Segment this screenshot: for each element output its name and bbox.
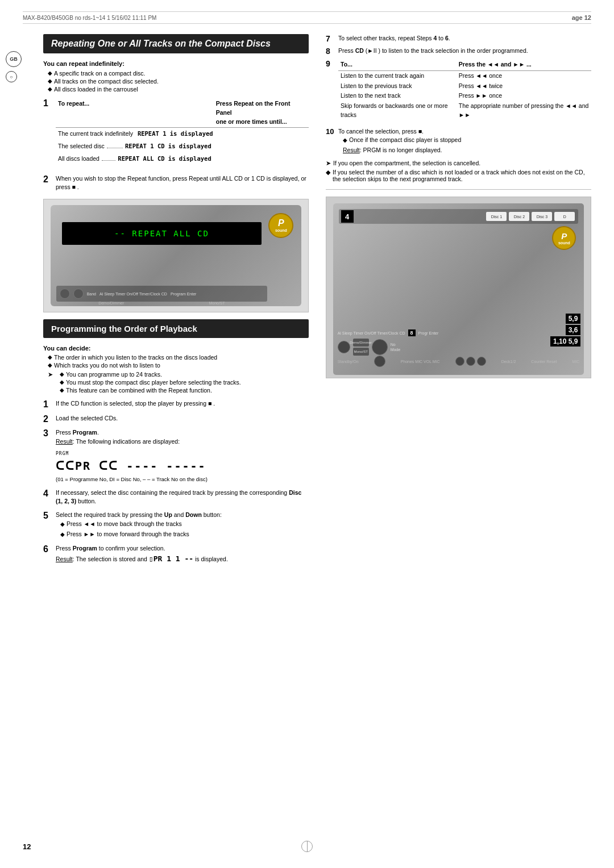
ctrl-knob-2: [73, 289, 84, 299]
register-mark: [301, 841, 313, 852]
step8-badge: 8: [408, 329, 416, 336]
col1-header: To repeat...: [56, 98, 214, 128]
prgm-text: PRGM: [56, 451, 69, 456]
gb-badge: GB: [6, 51, 22, 67]
right-step-8: 8 Press CD (►II ) to listen to the track…: [326, 47, 591, 56]
arrow-icon: ◆: [326, 169, 330, 176]
diamond-icon: ◆: [48, 362, 52, 368]
step10-sub2: Result: PRGM is no longer displayed.: [338, 146, 591, 155]
table-row: Listen to the next track Press ►► once: [338, 91, 591, 101]
step-1-repeat: 1 To repeat... Press Repeat on the Front…: [43, 98, 309, 170]
step-9-content: To... Press the ◄◄ and ►► ... Listen to …: [338, 59, 591, 124]
step-num: 2: [43, 414, 56, 424]
step-num-10: 10: [326, 127, 338, 156]
prog-step-3: 3 Press Program. Result: The following i…: [43, 428, 309, 484]
sub-bullet-1: ◆ Press ◄◄ to move back through the trac…: [56, 520, 309, 529]
btn-1: Demo/Dimmer: [353, 339, 369, 347]
diamond-icon: ◆: [48, 86, 52, 92]
step-num-7: 7: [326, 34, 338, 43]
table-row: The selected disc REPEAT 1 CD is display…: [56, 140, 309, 153]
diamond-icon: ◆: [60, 371, 64, 377]
right-column: 7 To select other tracks, repeat Steps 4…: [326, 34, 591, 569]
round-btn-3: [477, 357, 486, 366]
page-num-header: 12: [584, 14, 591, 21]
sub-bullet-2: ◆ Press ►► to move forward through the t…: [56, 530, 309, 539]
prog-note-1: ◆ You can programme up to 24 tracks.: [55, 371, 241, 378]
you-can-label: You can decide:: [43, 345, 309, 352]
diamond-icon: ◆: [343, 136, 347, 144]
page-word: age: [572, 14, 583, 21]
diamond-icon: ◆: [48, 78, 52, 84]
left-column: Repeating One or All Tracks on the Compa…: [43, 34, 309, 569]
right-note-1: ➤ If you open the compartment, the selec…: [326, 160, 591, 166]
section1-heading: Repeating One or All Tracks on the Compa…: [43, 34, 309, 53]
step-num-2: 2: [43, 174, 56, 185]
repeat-bullet-2: ◆ All tracks on the compact disc selecte…: [43, 78, 309, 85]
psound-word: sound: [558, 241, 570, 245]
press-col2: Press the ◄◄ and ►► ...: [457, 59, 591, 70]
result-display: ▯PR 1 1 --: [149, 554, 193, 563]
prog-note-arrow: ➤ ◆ You can programme up to 24 tracks. ◆…: [48, 371, 309, 395]
circle-icon: ○: [6, 71, 17, 82]
you-can-repeat-label: You can repeat indefinitely:: [43, 60, 309, 67]
prog-bullet-2: ◆ Which tracks you do not wish to listen…: [43, 362, 309, 369]
right-note-2: ◆ If you select the number of a disc whi…: [326, 169, 591, 182]
repeat-bullet-1: ◆ A specific track on a compact disc.: [43, 70, 309, 77]
device-image-repeat: P sound -- REPEAT ALL CD Band Al Sleep T…: [43, 199, 309, 312]
press-table: To... Press the ◄◄ and ►► ... Listen to …: [338, 59, 591, 120]
arrow-icon: ➤: [48, 371, 53, 378]
step-content: If the CD function is selected, stop the…: [56, 399, 309, 408]
table-row: Listen to the current track again Press …: [338, 70, 591, 81]
right-step-10: 10 To cancel the selection, press ■. ◆ O…: [326, 127, 591, 156]
table-row: The current track indefinitely REPEAT 1 …: [56, 128, 309, 140]
prog-step-2: 2 Load the selected CDs.: [43, 414, 309, 424]
diamond-icon: ◆: [60, 387, 64, 393]
step-num-1: 1: [43, 98, 56, 108]
step-4-badge: 4: [341, 210, 354, 223]
step-content: Load the selected CDs.: [56, 414, 309, 423]
device-inner: P sound -- REPEAT ALL CD Band Al Sleep T…: [51, 205, 302, 306]
header-page: age 12: [572, 14, 591, 21]
step-content: Press Program. Result: The following ind…: [56, 428, 309, 484]
main-content: Repeating One or All Tracks on the Compa…: [43, 34, 591, 569]
step-num: 3: [43, 428, 56, 439]
knob-3: [374, 356, 385, 367]
prog-step-6: 6 Press Program to confirm your selectio…: [43, 544, 309, 564]
header-meta: MAX-B420/B450GB no rds-1~14 1 5/16/02 11…: [23, 15, 156, 21]
step10-sub1: ◆ Once if the compact disc player is sto…: [338, 136, 591, 145]
prog-step-4: 4 If necessary, select the disc containi…: [43, 489, 309, 507]
psound-badge: P sound: [268, 213, 293, 238]
diamond-icon: ◆: [48, 70, 52, 76]
step-2-content: When you wish to stop the Repeat functio…: [56, 174, 309, 193]
diamond-icon: ◆: [60, 520, 65, 528]
prog-num-59-top: 5,9: [566, 314, 581, 324]
right-step-7: 7 To select other tracks, repeat Steps 4…: [326, 34, 591, 43]
section2-heading: Programming the Order of Playback: [43, 319, 309, 338]
device-controls: Band Al Sleep Timer On/Off Timer/Clock C…: [56, 286, 268, 302]
diamond-icon: ◆: [48, 354, 52, 360]
press-col1: To...: [338, 59, 457, 70]
prog-bullet-1: ◆ The order in which you listen to the t…: [43, 354, 309, 361]
table-row: All discs loaded REPEAT ALL CD is displa…: [56, 153, 309, 165]
step-num: 4: [43, 489, 56, 499]
round-btn-2: [466, 357, 475, 366]
page-number: 12: [23, 842, 31, 851]
ctrl-row-3: Standby/On Phones MIC VOL MIC Deck1/2 Co…: [338, 355, 580, 368]
col2-header: Press Repeat on the Front Panel one or m…: [214, 98, 309, 128]
prog-note-2: ◆ You must stop the compact disc player …: [55, 379, 241, 386]
prog-step-1: 1 If the CD function is selected, stop t…: [43, 399, 309, 410]
psound-p: P: [561, 231, 567, 241]
arrow-icon: ➤: [326, 160, 331, 166]
step-10-content: To cancel the selection, press ■. ◆ Once…: [338, 127, 591, 156]
prog-device-image: KING Disc 1 Disc 2 Disc 3 D 4 P sound: [326, 197, 591, 378]
step-num-9: 9: [326, 59, 338, 124]
step-num: 5: [43, 511, 56, 521]
ctrl-row-2: Demo/Dimmer Mono/ST No Mode: [338, 341, 580, 353]
psound-letter: P: [278, 218, 284, 228]
step-content: Press Program to confirm your selection.…: [56, 544, 309, 564]
display-readout: ᑕᑕPR ᑕᑕ ---- -----: [56, 459, 206, 473]
repeat-table: To repeat... Press Repeat on the Front P…: [56, 98, 309, 165]
step-2-repeat: 2 When you wish to stop the Repeat funct…: [43, 174, 309, 193]
btn-2: Mono/ST: [353, 348, 369, 356]
programming-section: Programming the Order of Playback You ca…: [43, 319, 309, 565]
